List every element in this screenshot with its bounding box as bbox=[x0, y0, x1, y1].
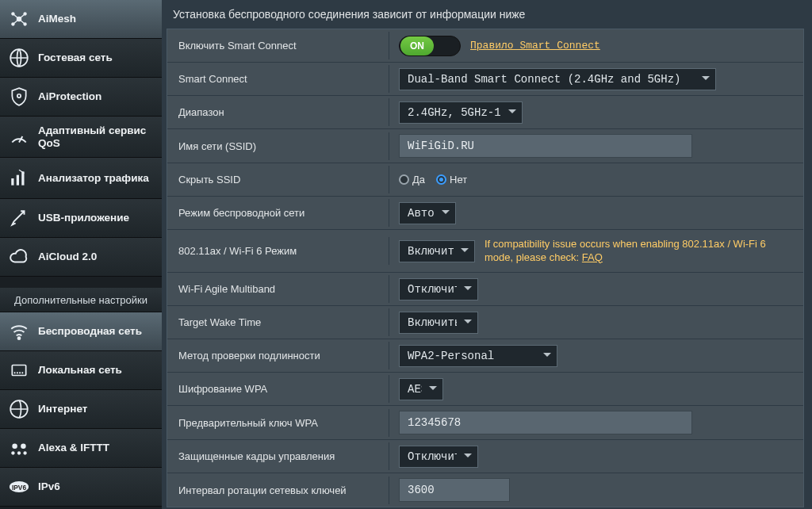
label-psk: Предварительный ключ WPA bbox=[167, 409, 389, 437]
row-band: Диапазон 2.4GHz, 5GHz-1 bbox=[167, 96, 803, 129]
label-cipher: Шифрование WPA bbox=[167, 375, 389, 403]
row-wpa-psk: Предварительный ключ WPA bbox=[167, 406, 803, 440]
sidebar-item-label: Анализатор трафика bbox=[38, 172, 149, 185]
row-agile-multiband: Wi-Fi Agile Multiband Отключить bbox=[167, 273, 803, 306]
sidebar-item-label: AiCloud 2.0 bbox=[38, 251, 97, 263]
sidebar-item-ipv6[interactable]: IPV6 IPv6 bbox=[0, 468, 162, 507]
globe-icon bbox=[8, 398, 30, 420]
cipher-select[interactable]: AES bbox=[399, 378, 443, 400]
rekey-input[interactable] bbox=[399, 478, 510, 502]
band-select[interactable]: 2.4GHz, 5GHz-1 bbox=[399, 101, 523, 124]
row-auth-method: Метод проверки подлинности WPA2-Personal bbox=[167, 339, 803, 373]
label-enable-smart-connect: Включить Smart Connect bbox=[167, 32, 389, 59]
label-ssid: Имя сети (SSID) bbox=[167, 132, 389, 160]
smart-connect-rule-link[interactable]: Правило Smart Connect bbox=[470, 40, 600, 52]
sidebar-item-label: Беспроводная сеть bbox=[38, 325, 142, 338]
svg-point-14 bbox=[21, 443, 25, 449]
svg-rect-7 bbox=[11, 178, 13, 186]
sidebar-item-label: IPv6 bbox=[38, 480, 60, 493]
wifi6-note: If compatibility issue occurs when enabl… bbox=[485, 238, 786, 265]
gauge-icon bbox=[8, 126, 30, 148]
sidebar-item-usb-app[interactable]: USB-приложение bbox=[0, 199, 162, 238]
cloud-icon bbox=[8, 246, 30, 268]
sidebar-item-traffic-analyzer[interactable]: Анализатор трафика bbox=[0, 158, 162, 199]
sidebar-item-label: Адаптивный сервис QoS bbox=[38, 124, 154, 149]
radio-label-no: Нет bbox=[450, 174, 467, 186]
label-rekey: Интервал ротации сетевых ключей bbox=[167, 476, 389, 504]
auth-select[interactable]: WPA2-Personal bbox=[399, 345, 557, 367]
usb-icon bbox=[8, 207, 30, 229]
svg-point-13 bbox=[12, 443, 17, 449]
sidebar-item-alexa-ifttt[interactable]: Alexa & IFTTT bbox=[0, 429, 162, 468]
sidebar-item-label: Гостевая сеть bbox=[38, 52, 113, 64]
row-ssid: Имя сети (SSID) bbox=[167, 129, 803, 163]
sidebar-item-wireless[interactable]: Беспроводная сеть bbox=[0, 312, 162, 351]
sidebar-item-label: AiMesh bbox=[38, 13, 76, 25]
hide-ssid-yes[interactable]: Да bbox=[399, 174, 425, 186]
pmf-select[interactable]: Отключить bbox=[399, 446, 478, 468]
sidebar-item-label: Alexa & IFTTT bbox=[38, 442, 109, 454]
label-smart-connect: Smart Connect bbox=[167, 65, 389, 93]
label-hide-ssid: Скрыть SSID bbox=[167, 166, 389, 193]
sidebar-item-label: AiProtection bbox=[38, 90, 102, 103]
svg-point-10 bbox=[18, 337, 21, 339]
label-agile: Wi-Fi Agile Multiband bbox=[167, 275, 389, 303]
svg-point-17 bbox=[23, 451, 26, 454]
voice-icon bbox=[8, 437, 30, 459]
twt-select[interactable]: Включить bbox=[399, 312, 478, 334]
sidebar-item-label: USB-приложение bbox=[38, 212, 129, 224]
hide-ssid-no[interactable]: Нет bbox=[436, 174, 467, 186]
label-band: Диапазон bbox=[167, 98, 389, 126]
wifi6-mode-select[interactable]: Включить bbox=[399, 240, 475, 262]
sidebar-item-guest-network[interactable]: Гостевая сеть bbox=[0, 39, 162, 78]
psk-input[interactable] bbox=[399, 411, 692, 434]
agile-select[interactable]: Отключить bbox=[399, 278, 478, 300]
row-wpa-cipher: Шифрование WPA AES bbox=[167, 373, 803, 406]
svg-point-6 bbox=[17, 94, 21, 98]
sidebar-section-advanced-title: Дополнительные настройки bbox=[0, 288, 162, 312]
svg-rect-8 bbox=[17, 174, 19, 185]
bars-icon bbox=[8, 167, 30, 189]
svg-rect-11 bbox=[12, 365, 25, 375]
row-smart-connect: Smart Connect Dual-Band Smart Connect (2… bbox=[167, 63, 803, 96]
aimesh-icon bbox=[8, 8, 30, 30]
smart-connect-select[interactable]: Dual-Band Smart Connect (2.4GHz and 5GHz… bbox=[399, 68, 716, 90]
svg-point-15 bbox=[11, 451, 14, 454]
sidebar-item-label: Интернет bbox=[38, 403, 87, 415]
label-auth: Метод проверки подлинности bbox=[167, 342, 389, 369]
svg-point-16 bbox=[17, 451, 21, 454]
label-wireless-mode: Режим беспроводной сети bbox=[167, 199, 389, 227]
sidebar-item-aicloud[interactable]: AiCloud 2.0 bbox=[0, 238, 162, 277]
ethernet-icon bbox=[8, 359, 30, 381]
ssid-input[interactable] bbox=[399, 134, 692, 158]
wireless-mode-select[interactable]: Авто bbox=[399, 202, 456, 224]
row-wifi6-mode: 802.11ax / Wi-Fi 6 Режим Включить If com… bbox=[167, 230, 803, 273]
label-twt: Target Wake Time bbox=[167, 308, 389, 336]
row-rekey-interval: Интервал ротации сетевых ключей bbox=[167, 473, 803, 507]
shield-icon bbox=[8, 86, 30, 108]
row-pmf: Защищенные кадры управления Отключить bbox=[167, 440, 803, 473]
sidebar: AiMesh Гостевая сеть AiProtection Адапти… bbox=[0, 0, 162, 509]
svg-text:IPV6: IPV6 bbox=[12, 483, 26, 491]
smart-connect-toggle[interactable]: ON bbox=[399, 36, 461, 56]
sidebar-item-aimesh[interactable]: AiMesh bbox=[0, 0, 162, 39]
label-pmf: Защищенные кадры управления bbox=[167, 442, 389, 470]
toggle-on-label: ON bbox=[400, 36, 434, 55]
sidebar-item-aiprotection[interactable]: AiProtection bbox=[0, 78, 162, 117]
radio-label-yes: Да bbox=[412, 174, 425, 186]
sidebar-item-lan[interactable]: Локальная сеть bbox=[0, 351, 162, 390]
row-wireless-mode: Режим беспроводной сети Авто bbox=[167, 197, 803, 230]
row-hide-ssid: Скрыть SSID Да Нет bbox=[167, 163, 803, 197]
row-twt: Target Wake Time Включить bbox=[167, 306, 803, 339]
sidebar-item-qos[interactable]: Адаптивный сервис QoS bbox=[0, 117, 162, 158]
row-enable-smart-connect: Включить Smart Connect ON Правило Smart … bbox=[167, 29, 803, 63]
sidebar-item-wan[interactable]: Интернет bbox=[0, 390, 162, 429]
section-header: Установка беспроводного соединения завис… bbox=[162, 0, 812, 29]
faq-link[interactable]: FAQ bbox=[582, 251, 603, 263]
label-wifi6-mode: 802.11ax / Wi-Fi 6 Режим bbox=[167, 237, 389, 265]
ipv6-icon: IPV6 bbox=[8, 476, 30, 498]
wifi-icon bbox=[8, 320, 30, 343]
wireless-settings-panel: Включить Smart Connect ON Правило Smart … bbox=[167, 29, 804, 507]
sidebar-item-label: Локальная сеть bbox=[38, 364, 122, 377]
globe-users-icon bbox=[8, 47, 30, 69]
